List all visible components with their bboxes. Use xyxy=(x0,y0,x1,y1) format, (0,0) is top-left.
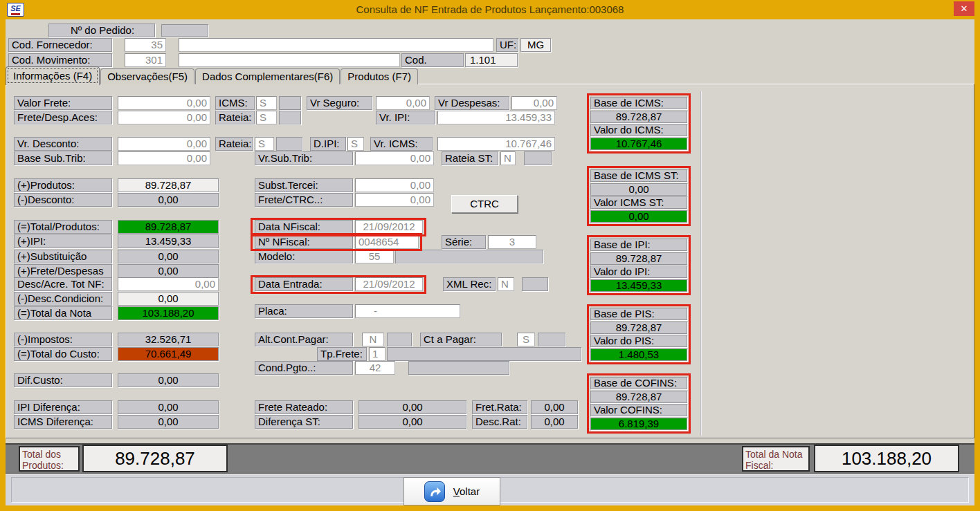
ctrc-button[interactable]: CTRC xyxy=(451,195,518,213)
produtos-value: 89.728,87 xyxy=(118,178,219,192)
dif-custo-value: 0,00 xyxy=(118,373,219,387)
vr-despesas-field[interactable]: 0,00 xyxy=(511,96,557,110)
app-logo-icon: SE xyxy=(7,3,24,17)
tp-frete-label: Tp.Frete: xyxy=(317,347,367,361)
modelo-field[interactable]: 55 xyxy=(355,250,394,263)
data-nfiscal-field[interactable]: 21/09/2012 xyxy=(355,220,423,234)
tp-frete-field[interactable]: 1 xyxy=(369,347,385,361)
ipi-tax-panel: Base de IPI: 89.728,87 Valor do IPI: 13.… xyxy=(587,235,691,295)
fornecedor-name-field[interactable] xyxy=(179,38,493,52)
ct-a-pagar-field[interactable]: S xyxy=(517,333,535,346)
vr-ipi-label: Vr. IPI: xyxy=(376,111,435,124)
produtos-label: (+)Produtos: xyxy=(14,178,112,192)
fret-rata-value: 0,00 xyxy=(531,400,578,414)
frete-rateado-label: Frete Rateado: xyxy=(255,400,353,414)
substituicao-value: 0,00 xyxy=(118,250,219,263)
valor-frete-field[interactable]: 0,00 xyxy=(118,96,210,110)
tab-dados-complementares[interactable]: Dados Complementares(F6) xyxy=(195,68,340,84)
data-entrada-field[interactable]: 21/09/2012 xyxy=(355,277,423,291)
frete-ctrc-field[interactable]: 0,00 xyxy=(355,193,434,207)
voltar-button[interactable]: Voltar xyxy=(403,477,500,505)
base-icms-label: Base de ICMS: xyxy=(590,97,687,109)
back-arrow-icon xyxy=(424,481,445,502)
movimento-name-field[interactable] xyxy=(179,53,400,67)
vr-seguro-field[interactable]: 0,00 xyxy=(376,96,430,110)
tab-observacoes[interactable]: Observações(F5) xyxy=(100,68,194,84)
vr-desconto-label: Vr. Desconto: xyxy=(14,137,112,151)
vr-desconto-field[interactable]: 0,00 xyxy=(118,137,210,151)
alt-cont-pagar-field[interactable]: N xyxy=(362,333,384,346)
rateia-mid-label: Rateia: xyxy=(215,137,253,151)
placa-field[interactable]: - xyxy=(355,304,460,318)
rateia-st-extra-box xyxy=(524,151,552,165)
vr-sub-trib-field[interactable]: 0,00 xyxy=(355,151,434,165)
serie-field[interactable]: 3 xyxy=(488,235,536,249)
desc-acre-tot-nf-field[interactable]: 0,00 xyxy=(118,277,219,291)
cond-pgto-label: Cond.Pgto..: xyxy=(255,361,353,375)
base-icms-value: 89.728,87 xyxy=(590,111,687,123)
vr-icms-field[interactable]: 10.767,46 xyxy=(437,137,555,151)
icms-diferenca-label: ICMS Diferença: xyxy=(14,415,112,429)
vr-ipi-field[interactable]: 13.459,33 xyxy=(437,111,555,124)
movimento-code-field[interactable]: 301 xyxy=(125,53,166,67)
data-entrada-label: Data Entrada: xyxy=(255,277,353,291)
total-produtos-footer-value: 89.728,87 xyxy=(82,445,228,472)
frete-desp-aces-label: Frete/Desp.Aces: xyxy=(14,111,112,124)
dif-custo-label: Dif.Custo: xyxy=(14,373,112,387)
rateia-mid-field[interactable]: S xyxy=(255,137,274,151)
uf-label: UF: xyxy=(496,38,518,52)
rateia-top-field[interactable]: S xyxy=(256,111,277,124)
rateia-top-label: Rateia: xyxy=(215,111,255,124)
total-nota-footer-value: 103.188,20 xyxy=(814,445,959,472)
placa-label: Placa: xyxy=(255,304,353,318)
desc-condicion-label: (-)Desc.Condicion: xyxy=(14,292,112,306)
pis-tax-panel: Base de PIS: 89.728,87 Valor do PIS: 1.4… xyxy=(587,304,691,364)
icms-st-tax-panel: Base de ICMS ST: 0,00 Valor ICMS ST: 0,0… xyxy=(587,166,691,226)
cond-pgto-field[interactable]: 42 xyxy=(355,361,395,375)
icms-flag-field[interactable]: S xyxy=(256,96,277,110)
total-do-custo-label: (=)Total do Custo: xyxy=(14,347,112,361)
d-ipi-field[interactable]: S xyxy=(347,137,364,151)
total-do-custo-value: 70.661,49 xyxy=(118,347,219,361)
substituicao-label: (+)Substituição xyxy=(14,250,112,263)
tab-bar: Informações (F4) Observações(F5) Dados C… xyxy=(6,67,419,84)
base-ipi-label: Base de IPI: xyxy=(590,239,687,251)
base-sub-trib-field[interactable]: 0,00 xyxy=(118,151,210,165)
vr-despesas-label: Vr Despesas: xyxy=(435,96,509,110)
n-nfiscal-label: Nº NFiscal: xyxy=(255,235,353,249)
valor-ipi-value: 13.459,33 xyxy=(590,279,687,292)
rateia-st-field[interactable]: N xyxy=(500,151,516,165)
ct-a-pagar-extra-box xyxy=(538,333,565,346)
valor-icms-st-value: 0,00 xyxy=(590,210,687,223)
fornecedor-label: Cod. Fornecedor: xyxy=(8,38,112,52)
window-title: Consulta de NF Entrada de Produtos Lança… xyxy=(0,0,980,19)
frete-despesas-value: 0,00 xyxy=(118,264,219,278)
subst-tercei-field[interactable]: 0,00 xyxy=(355,178,434,192)
base-sub-trib-label: Base Sub.Trib: xyxy=(14,151,112,165)
xml-rec-field[interactable]: N xyxy=(498,277,514,291)
titlebar: Consulta de NF Entrada de Produtos Lança… xyxy=(0,0,980,19)
tp-frete-desc-box xyxy=(387,347,581,361)
fornecedor-code-field[interactable]: 35 xyxy=(125,38,166,52)
base-icms-st-value: 0,00 xyxy=(590,183,687,196)
total-produtos-footer-label: Total dos Produtos: xyxy=(19,446,80,472)
total-produtos-value: 89.728,87 xyxy=(118,220,219,234)
frete-desp-aces-field[interactable]: 0,00 xyxy=(118,111,210,124)
serie-label: Série: xyxy=(442,235,486,249)
n-nfiscal-field[interactable]: 0048654 xyxy=(355,235,419,249)
vr-sub-trib-label: Vr.Sub.Trib: xyxy=(255,151,353,165)
impostos-value: 32.526,71 xyxy=(118,333,219,346)
vr-seguro-label: Vr Seguro: xyxy=(307,96,372,110)
valor-cofins-value: 6.819,39 xyxy=(590,418,687,430)
total-da-nota-value: 103.188,20 xyxy=(118,306,219,320)
close-glyph: ✕ xyxy=(961,3,968,14)
impostos-label: (-)Impostos: xyxy=(14,333,112,346)
desc-condicion-value: 0,00 xyxy=(118,292,219,306)
pedido-field[interactable] xyxy=(161,24,208,37)
tab-produtos[interactable]: Produtos (F7) xyxy=(341,68,418,84)
total-produtos-label: (=)Total/Produtos: xyxy=(14,220,112,234)
tab-informacoes[interactable]: Informações (F4) xyxy=(6,66,100,85)
close-icon[interactable]: ✕ xyxy=(954,1,974,16)
frete-ctrc-label: Frete/CTRC..: xyxy=(255,193,353,207)
rateia-top-extra-box xyxy=(279,111,301,124)
